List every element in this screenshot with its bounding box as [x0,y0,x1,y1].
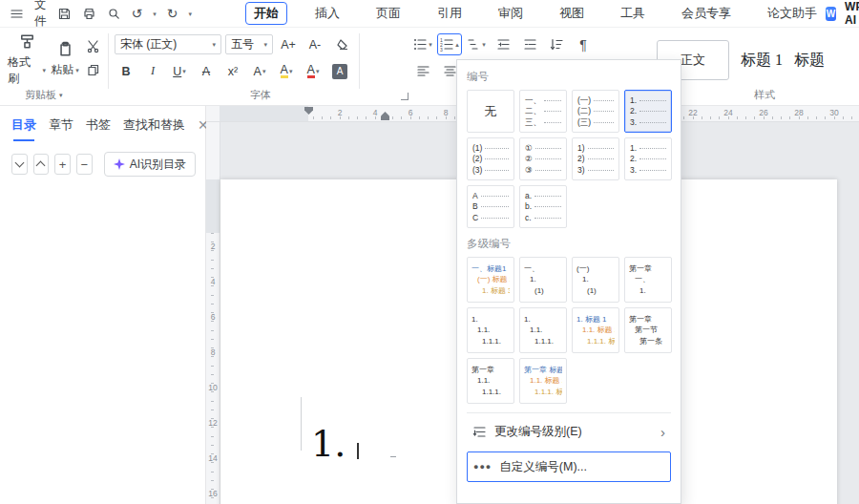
style-item-heading1[interactable]: 标题 1 [741,51,783,71]
divider [359,33,360,89]
tab-tools[interactable]: 工具 [612,2,654,25]
text-cursor [357,443,359,459]
cursor-mark [390,456,396,457]
print-icon[interactable] [82,7,96,21]
numbering-option[interactable]: 一、 二、 三、 [519,90,567,133]
multilevel-option[interactable]: (一) 1. (1) [572,257,619,303]
sparkle-icon [114,158,125,170]
nav-tab-find-replace[interactable]: 查找和替换 [123,116,185,134]
italic-button[interactable]: I [141,61,164,81]
bullets-button[interactable]: ▾ [411,34,434,54]
numbering-option[interactable]: A B C [467,185,514,228]
nav-tab-toc[interactable]: 目录 [11,116,36,134]
cut-icon[interactable] [86,39,100,53]
file-menu[interactable]: 文件 [34,0,47,30]
body-text[interactable]: 1. [311,426,346,462]
font-group-label: 字体 [250,88,271,102]
nav-tab-chapters[interactable]: 章节 [49,116,73,134]
change-numbering-level-item[interactable]: 更改编号级别(E) › [467,417,671,446]
first-line-indent-marker[interactable] [304,107,313,115]
numbering-option[interactable]: (一) (二) (三) [572,90,619,133]
font-group-expander-icon[interactable] [401,93,409,100]
print-preview-icon[interactable] [107,7,121,21]
styles-gallery: 正文 标题 1 标题 [657,34,859,86]
tab-paper-assistant[interactable]: 论文助手 [759,2,826,25]
sort-button[interactable] [545,34,568,54]
numbering-option-selected[interactable]: 1. 2. 3. [624,90,672,133]
multilevel-option[interactable]: 1. 1.1. 1.1.1. [467,307,514,353]
clipboard-group-label[interactable]: 剪贴板▾ [25,88,63,102]
undo-icon[interactable]: ↺ [132,7,143,20]
increase-font-button[interactable]: A+ [277,34,300,54]
chevron-down-icon[interactable]: ▾ [153,10,157,17]
increase-indent-button[interactable] [518,34,541,54]
tab-home[interactable]: 开始 [245,2,287,25]
bold-button[interactable]: B [115,61,137,81]
chevron-down-icon: ▾ [182,68,186,74]
char-shading-button[interactable]: A [328,61,351,81]
numbering-option[interactable]: 1) 2) 3) [572,137,619,180]
tab-view[interactable]: 视图 [551,2,593,25]
wps-ai-label[interactable]: WPS AI [845,0,859,27]
font-name-select[interactable]: 宋体 (正文)▾ [115,34,221,54]
multilevel-option[interactable]: 第一章 一、 1. [624,257,672,303]
decrease-indent-button[interactable] [492,34,514,54]
chevron-down-icon: ▾ [482,41,486,48]
tab-references[interactable]: 引用 [429,2,471,25]
clear-format-icon[interactable] [330,34,353,54]
save-icon[interactable] [57,7,72,21]
font-size-select[interactable]: 五号▾ [225,34,273,54]
format-painter-button[interactable]: 格式刷▾ [8,32,46,87]
multilevel-option[interactable]: 1. 标题 1 1.1. 标题 2 1.1.1. 标题 3 [572,307,619,353]
copy-icon[interactable] [86,63,100,77]
divider [467,412,671,413]
multilevel-option[interactable]: 第一章 1.1. 1.1.1. [467,358,514,404]
toc-content-area[interactable] [0,184,205,504]
numbering-option[interactable]: 1. 2. 3. [624,137,672,180]
decrease-font-button[interactable]: A- [304,34,326,54]
multilevel-list-button[interactable]: ▾ [465,34,488,54]
multilevel-option[interactable]: 第一章 第一节 第一条 [624,307,672,353]
divider [108,33,109,89]
multilevel-option[interactable]: 第一章 标题1 1.1. 标题 2 1.1.1. 标题 3 [519,358,567,404]
multilevel-option[interactable]: 1. 1.1. 1.1.1. [519,307,567,353]
navigation-panel: 目录 章节 书签 查找和替换 ✕ + − AI识别目录 [0,106,206,504]
hanging-indent-marker[interactable] [381,112,389,120]
chevron-down-icon[interactable]: ▾ [188,10,192,17]
tab-page[interactable]: 页面 [367,2,409,25]
font-color-button[interactable]: A▾ [302,61,325,81]
font-effects-button[interactable]: A▾ [248,61,271,81]
multilevel-option[interactable]: 一、 1. (1) [519,257,567,303]
underline-button[interactable]: U▾ [168,61,191,81]
numbering-option[interactable]: a. b. c. [519,185,567,228]
chevron-down-icon: ▾ [289,68,293,74]
show-marks-button[interactable]: ¶ [572,34,595,54]
main-menu-icon[interactable] [10,7,24,21]
numbering-option-none[interactable]: 无 [467,90,514,133]
zoom-in-button[interactable]: + [54,154,71,175]
strikethrough-button[interactable]: A [195,61,218,81]
chevron-down-icon: ▾ [212,41,216,48]
style-item-heading2[interactable]: 标题 [794,51,825,71]
nav-tab-bookmarks[interactable]: 书签 [86,116,111,134]
collapse-all-button[interactable] [11,154,28,175]
tab-review[interactable]: 审阅 [490,2,532,25]
numbering-option[interactable]: (1) (2) (3) [467,137,514,180]
redo-icon[interactable]: ↻ [167,7,178,20]
expand-all-button[interactable] [33,154,50,175]
vertical-ruler[interactable]: 246810121416 [206,122,220,504]
tab-member[interactable]: 会员专享 [673,2,740,25]
highlight-color-button[interactable]: A▾ [275,61,298,81]
tab-insert[interactable]: 插入 [306,2,348,25]
align-left-button[interactable] [411,61,434,81]
zoom-out-button[interactable]: − [76,154,93,175]
numbering-button[interactable]: 123▴ [438,34,461,54]
chevron-down-icon: ▾ [316,68,320,74]
numbering-option[interactable]: ① ② ③ [519,137,567,180]
ai-toc-button[interactable]: AI识别目录 [104,152,196,177]
wps-ai-logo: W [826,7,836,21]
paste-button[interactable]: 粘贴▾ [46,32,84,87]
multilevel-option[interactable]: 一、标题1 (一) 标题 2 1. 标题 3 [467,257,514,303]
custom-numbering-item[interactable]: ●●● 自定义编号(M)... [467,452,671,482]
superscript-button[interactable]: x² [221,61,244,81]
